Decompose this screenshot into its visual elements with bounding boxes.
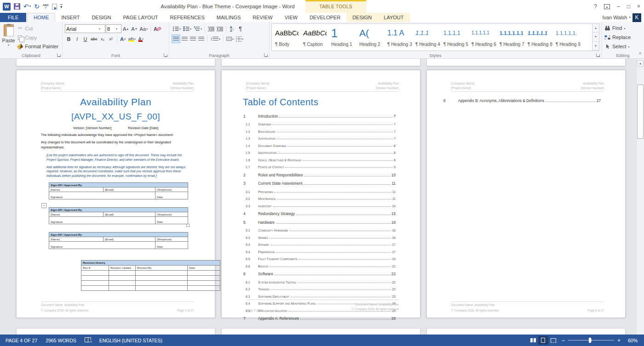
tab-page-layout[interactable]: PAGE LAYOUT bbox=[117, 13, 164, 22]
proofing-status[interactable]: × bbox=[80, 337, 95, 343]
tab-mailings[interactable]: MAILINGS bbox=[211, 13, 247, 22]
table-cell[interactable]: [Name] bbox=[49, 187, 104, 192]
style-item-heading-3[interactable]: 1.1 A¶ Heading 3 bbox=[384, 24, 412, 51]
table-cell[interactable] bbox=[81, 271, 109, 276]
style-item-heading-7[interactable]: 1.1.1.1.1.1¶ Heading 7 bbox=[496, 24, 524, 51]
table-cell[interactable]: Date bbox=[155, 242, 188, 249]
toc-entry[interactable]: 6.2Training22 bbox=[243, 284, 396, 291]
style-item-caption[interactable]: AaBbCcI¶ Caption bbox=[300, 24, 328, 51]
document-area[interactable]: [Company Name] [Project Name] Availabili… bbox=[0, 59, 644, 335]
font-dialog-launcher[interactable] bbox=[164, 53, 167, 57]
table-header-cell[interactable]: Sign-Off / Approved By bbox=[49, 208, 188, 212]
select-button[interactable]: Select▾ bbox=[604, 42, 642, 51]
subscript-button[interactable]: x₂ bbox=[99, 34, 107, 43]
table-cell[interactable]: [Telephone] bbox=[155, 237, 188, 242]
table-move-handle-icon[interactable]: + bbox=[41, 203, 46, 208]
table-cell[interactable] bbox=[109, 271, 136, 276]
table-header-cell[interactable]: Sign-Off / Approved By bbox=[49, 233, 188, 237]
document-page-icon[interactable] bbox=[52, 4, 57, 10]
page-indicator[interactable]: PAGE 4 OF 27 bbox=[0, 338, 41, 343]
undo-dropdown-icon[interactable]: ▾ bbox=[29, 5, 31, 8]
page-4[interactable]: [Company Name] [Project Name] Availabili… bbox=[16, 70, 215, 318]
multilevel-list-button[interactable]: ▾ bbox=[193, 24, 203, 33]
zoom-percentage[interactable]: 60% bbox=[624, 338, 644, 343]
page-6[interactable]: [Company Name] [Project Name] Availabili… bbox=[426, 70, 626, 318]
help-button[interactable]: ? bbox=[594, 3, 597, 10]
minimize-button[interactable]: – bbox=[617, 3, 620, 10]
toc-entry[interactable]: 8Appendix B: Acronyms, Abbreviations & D… bbox=[443, 96, 601, 103]
toc-entry[interactable]: 6.1System Integration Testing22 bbox=[243, 278, 396, 284]
toc-entry[interactable]: 5.4Preparation17 bbox=[243, 247, 396, 254]
style-item-heading-2[interactable]: A(Heading 2 bbox=[356, 24, 384, 51]
toc-entry[interactable]: 1Introduction7 bbox=[243, 111, 396, 119]
table-cell[interactable]: Revised By bbox=[136, 266, 188, 271]
line-spacing-button[interactable]: ↕▾ bbox=[209, 34, 221, 43]
find-button[interactable]: Find▾ bbox=[604, 23, 642, 33]
style-item-body[interactable]: AaBbCcI¶ Body bbox=[272, 24, 300, 51]
table-cell[interactable] bbox=[81, 276, 109, 281]
word-logo-icon[interactable]: W bbox=[3, 3, 11, 11]
instruction-note[interactable]: [List the project stakeholders who are a… bbox=[46, 153, 191, 162]
table-cell[interactable]: Signature bbox=[49, 242, 155, 249]
close-button[interactable]: × bbox=[637, 3, 640, 10]
tab-references[interactable]: REFERENCES bbox=[164, 13, 211, 22]
toc-entry[interactable]: 3Current State Assessment11 bbox=[243, 178, 396, 186]
clear-formatting-button[interactable]: A bbox=[153, 24, 162, 33]
italic-button[interactable]: I bbox=[73, 34, 81, 43]
word-count[interactable]: 2965 WORDS bbox=[41, 338, 80, 343]
table-cell[interactable] bbox=[188, 276, 220, 281]
toc-title[interactable]: Table of Contents bbox=[243, 97, 399, 108]
text-effects-button[interactable]: A▾ bbox=[119, 34, 127, 43]
table-cell[interactable] bbox=[136, 286, 188, 291]
highlight-color-button[interactable]: ab▾ bbox=[127, 34, 137, 43]
table-cell[interactable]: Signature bbox=[49, 217, 155, 224]
table-cell[interactable] bbox=[81, 281, 109, 286]
table-cell[interactable]: [Telephone] bbox=[155, 212, 188, 217]
ribbon-display-options-button[interactable]: ▴ bbox=[604, 4, 610, 9]
avatar[interactable]: K bbox=[632, 13, 641, 22]
table-cell[interactable] bbox=[136, 271, 188, 276]
replace-button[interactable]: Replace bbox=[604, 33, 642, 42]
clipboard-dialog-launcher[interactable] bbox=[57, 53, 61, 57]
language-indicator[interactable]: ENGLISH (UNITED STATES) bbox=[95, 338, 167, 343]
shading-button[interactable]: ▾ bbox=[225, 34, 235, 43]
table-cell[interactable]: Revision Update bbox=[109, 266, 136, 271]
tab-design[interactable]: DESIGN bbox=[86, 13, 117, 22]
customize-qat-button[interactable]: ▾ bbox=[60, 4, 63, 9]
table-cell[interactable] bbox=[136, 276, 188, 281]
paste-dropdown-icon[interactable]: ▾ bbox=[8, 43, 9, 46]
toc-entry[interactable]: 1.6Goals, Objectives & Rationale8 bbox=[243, 155, 396, 162]
table-cell[interactable]: [Email] bbox=[104, 187, 155, 192]
tab-home[interactable]: HOME bbox=[27, 13, 55, 22]
tabletools-tab-layout[interactable]: LAYOUT bbox=[378, 13, 409, 22]
sort-button[interactable]: AZ↓ bbox=[228, 24, 236, 33]
table-cell[interactable]: Signature bbox=[49, 192, 155, 199]
toc-entry[interactable]: 1.1Overview7 bbox=[243, 119, 396, 126]
style-item-heading-5[interactable]: 1.1.1.1 ¶ Heading 5 bbox=[440, 24, 468, 51]
align-center-button[interactable] bbox=[181, 34, 189, 43]
table-cell[interactable]: [Email] bbox=[104, 237, 155, 242]
save-button[interactable] bbox=[14, 3, 20, 10]
font-name-combo[interactable]: ▾ bbox=[65, 24, 105, 33]
tabletools-tab-design[interactable]: DESIGN bbox=[346, 13, 378, 22]
superscript-button[interactable]: x² bbox=[107, 34, 115, 43]
read-mode-button[interactable] bbox=[528, 336, 538, 345]
font-size-input[interactable] bbox=[107, 26, 115, 32]
toc-entry[interactable]: 7Appendix A: References26 bbox=[243, 313, 396, 321]
tab-developer[interactable]: DEVELOPER bbox=[304, 13, 346, 22]
paste-button[interactable]: Paste ▾ bbox=[2, 23, 15, 51]
tab-review[interactable]: REVIEW bbox=[247, 13, 278, 22]
toc-entry[interactable]: 1.4Document Overview8 bbox=[243, 141, 396, 147]
toc-entry[interactable]: 5.5Fault Tolerant Components19 bbox=[243, 254, 396, 261]
font-name-dropdown-icon[interactable]: ▾ bbox=[98, 27, 101, 30]
style-item-heading-9[interactable]: 1.1.1.1.1.¶ Heading 9 bbox=[552, 24, 581, 51]
table-header-cell[interactable]: Sign-Off / Approved By bbox=[49, 183, 188, 187]
user-dropdown-icon[interactable]: ▾ bbox=[629, 16, 631, 19]
zoom-slider[interactable] bbox=[568, 338, 614, 343]
align-left-button[interactable] bbox=[172, 34, 180, 43]
instruction-note[interactable]: Add additional lines for signature as ne… bbox=[46, 165, 191, 179]
table-cell[interactable]: [Name] bbox=[49, 237, 104, 242]
justify-button[interactable] bbox=[197, 34, 205, 43]
zoom-out-button[interactable]: − bbox=[558, 337, 568, 344]
table-cell[interactable] bbox=[109, 276, 136, 281]
